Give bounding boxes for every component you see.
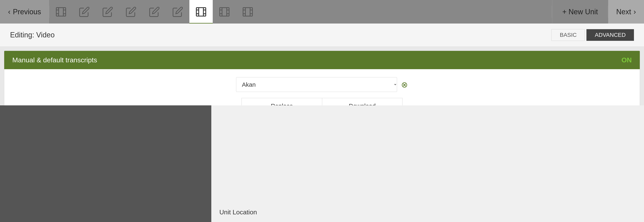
video-info-panel: Unit Location: [211, 105, 644, 222]
nav-edit-icon-4[interactable]: [143, 0, 166, 23]
next-button[interactable]: Next ›: [608, 0, 644, 23]
nav-film-icon-3[interactable]: [236, 0, 260, 23]
previous-button[interactable]: ‹ Previous: [0, 0, 49, 23]
manual-transcripts-status: ON: [622, 56, 632, 64]
svg-rect-21: [243, 8, 252, 16]
tab-advanced[interactable]: ADVANCED: [586, 29, 634, 41]
language-select[interactable]: Akan English French Spanish: [236, 77, 397, 92]
new-unit-button[interactable]: + New Unit: [552, 0, 608, 23]
language-row: Akan English French Spanish ⊗: [14, 77, 630, 92]
nav-film-icon-active[interactable]: [190, 0, 213, 23]
manual-transcripts-title: Manual & default transcripts: [12, 56, 97, 64]
nav-film-icon-1[interactable]: [49, 0, 73, 23]
video-area: Unit Location: [0, 105, 644, 222]
nav-edit-icon-2[interactable]: [96, 0, 119, 23]
chevron-left-icon: ‹: [8, 8, 10, 16]
next-label: Next: [616, 8, 631, 16]
modal-tabs: BASIC ADVANCED: [552, 29, 634, 41]
tab-basic[interactable]: BASIC: [552, 29, 585, 41]
unit-location-label: Unit Location: [219, 209, 636, 216]
nav-edit-icon-1[interactable]: [73, 0, 96, 23]
modal-title: Editing: Video: [10, 31, 55, 39]
nav-film-icon-2[interactable]: [213, 0, 236, 23]
modal-header: Editing: Video BASIC ADVANCED: [0, 23, 644, 47]
nav-edit-icon-5[interactable]: [166, 0, 190, 23]
manual-transcripts-header: Manual & default transcripts ON: [4, 51, 640, 69]
svg-rect-0: [56, 8, 66, 16]
previous-label: Previous: [13, 8, 41, 16]
new-unit-label: + New Unit: [562, 8, 598, 16]
video-preview: [0, 105, 211, 222]
svg-rect-14: [220, 8, 229, 16]
chevron-right-icon: ›: [634, 8, 636, 16]
svg-rect-7: [196, 8, 206, 16]
top-navigation: ‹ Previous: [0, 0, 644, 23]
nav-edit-icon-3[interactable]: [119, 0, 143, 23]
clear-language-icon[interactable]: ⊗: [401, 81, 408, 89]
